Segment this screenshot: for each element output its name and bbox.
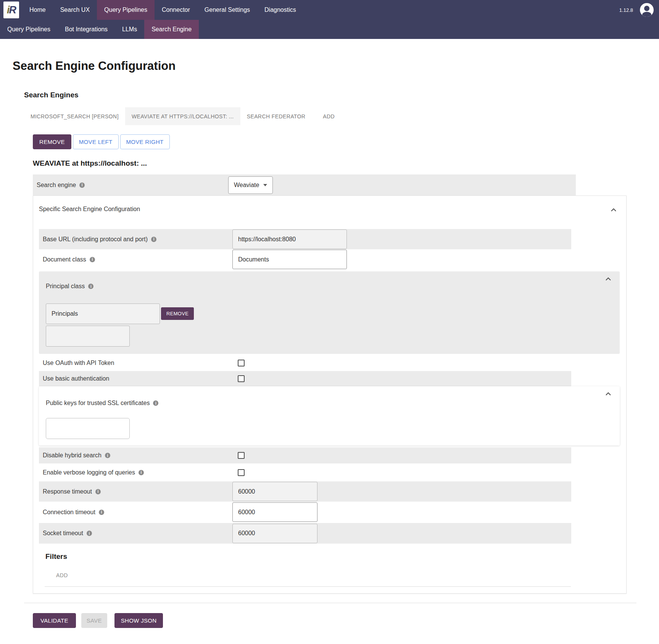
basic-auth-label: Use basic authentication — [43, 375, 109, 382]
field-row-basic-auth: Use basic authentication — [39, 371, 571, 386]
connection-timeout-label: Connection timeout — [43, 509, 95, 516]
disable-hybrid-checkbox[interactable] — [238, 452, 245, 459]
main-content: Search Engine Configuration Search Engin… — [0, 59, 659, 628]
subnav-item-bot-integrations[interactable]: Bot Integrations — [58, 20, 115, 39]
use-oauth-checkbox[interactable] — [238, 360, 245, 366]
subnav-item-llms[interactable]: LLMs — [115, 20, 144, 39]
info-icon[interactable]: i — [153, 400, 158, 406]
field-row-response-timeout: Response timeout i — [39, 481, 571, 502]
info-icon[interactable]: i — [99, 510, 104, 515]
collapse-principal-panel-button[interactable] — [604, 276, 612, 282]
principal-class-input[interactable] — [46, 303, 160, 324]
search-engine-row: Search engine i Weaviate — [33, 174, 576, 195]
connection-timeout-input[interactable] — [232, 502, 317, 522]
chevron-up-icon — [610, 207, 617, 213]
nav-item-diagnostics[interactable]: Diagnostics — [257, 0, 303, 20]
add-filter-button[interactable]: ADD — [56, 572, 68, 578]
search-engines-heading: Search Engines — [24, 91, 659, 99]
socket-timeout-label: Socket timeout — [43, 530, 83, 537]
basic-auth-checkbox[interactable] — [238, 375, 245, 382]
top-navigation: iR Home Search UX Query Pipelines Connec… — [0, 0, 659, 20]
user-avatar-icon[interactable] — [640, 3, 654, 17]
principal-class-label: Principal class — [46, 283, 85, 290]
search-engine-label: Search engine — [37, 182, 76, 189]
public-keys-panel: Public keys for trusted SSL certificates… — [39, 386, 620, 445]
nav-item-home[interactable]: Home — [22, 0, 53, 20]
app-version: 1.12.8 — [619, 7, 633, 13]
base-url-input[interactable] — [232, 229, 347, 249]
search-engine-selected-value: Weaviate — [234, 182, 259, 189]
disable-hybrid-label: Disable hybrid search — [43, 452, 102, 459]
info-icon[interactable]: i — [88, 284, 93, 289]
engine-heading: WEAVIATE at https://localhost: ... — [33, 159, 659, 168]
filters-heading: Filters — [45, 552, 620, 561]
new-principal-class-input[interactable] — [46, 326, 130, 347]
principal-class-panel: Principal class i REMOVE — [39, 271, 620, 354]
subnav-item-search-engine[interactable]: Search Engine — [144, 20, 199, 39]
new-public-key-input[interactable] — [46, 418, 130, 439]
chevron-up-icon — [605, 392, 611, 397]
field-row-base-url: Base URL (including protocol and port) i — [39, 229, 571, 249]
sub-navigation: Query Pipelines Bot Integrations LLMs Se… — [0, 20, 659, 39]
page-divider — [24, 603, 636, 603]
nav-item-general-settings[interactable]: General Settings — [197, 0, 257, 20]
nav-item-query-pipelines[interactable]: Query Pipelines — [97, 0, 155, 20]
info-icon[interactable]: i — [79, 182, 85, 188]
base-url-label: Base URL (including protocol and port) — [43, 236, 148, 243]
info-icon[interactable]: i — [105, 453, 110, 458]
specific-config-title: Specific Search Engine Configuration — [39, 206, 140, 212]
remove-principal-button[interactable]: REMOVE — [161, 307, 194, 320]
field-row-document-class: Document class i — [39, 249, 571, 270]
info-icon[interactable]: i — [95, 489, 101, 494]
footer-actions: VALIDATE SAVE SHOW JSON — [33, 613, 659, 628]
collapse-card-button[interactable] — [609, 207, 618, 213]
chevron-down-icon — [263, 184, 267, 186]
response-timeout-label: Response timeout — [43, 488, 92, 495]
remove-engine-button[interactable]: REMOVE — [33, 134, 71, 149]
tab-add[interactable]: ADD — [316, 107, 341, 125]
public-keys-label: Public keys for trusted SSL certificates — [46, 400, 150, 407]
search-engine-select[interactable]: Weaviate — [228, 176, 273, 194]
tab-search-federator[interactable]: SEARCH FEDERATOR — [240, 107, 312, 125]
field-row-use-oauth: Use OAuth with API Token — [39, 355, 571, 371]
field-row-disable-hybrid: Disable hybrid search i — [39, 447, 571, 463]
document-class-label: Document class — [43, 256, 86, 263]
move-left-button[interactable]: MOVE LEFT — [73, 134, 119, 149]
tab-actions: REMOVE MOVE LEFT MOVE RIGHT — [33, 134, 659, 149]
collapse-public-keys-panel-button[interactable] — [604, 391, 612, 397]
document-class-input[interactable] — [232, 250, 347, 269]
tab-microsoft-search[interactable]: MICROSOFT_SEARCH [PERSON] — [24, 107, 125, 125]
app-logo[interactable]: iR — [3, 2, 19, 18]
socket-timeout-input[interactable] — [232, 524, 317, 543]
info-icon[interactable]: i — [87, 531, 92, 536]
response-timeout-input[interactable] — [232, 482, 317, 501]
tab-weaviate[interactable]: WEAVIATE AT HTTPS://LOCALHOST: ... — [125, 107, 240, 125]
logo-letter-r: R — [9, 4, 16, 16]
info-icon[interactable]: i — [139, 470, 144, 475]
page-title: Search Engine Configuration — [13, 59, 659, 73]
verbose-logging-label: Enable verbose logging of queries — [43, 469, 135, 476]
field-row-verbose-logging: Enable verbose logging of queries i — [39, 463, 571, 481]
info-icon[interactable]: i — [90, 257, 95, 262]
info-icon[interactable]: i — [151, 237, 156, 242]
subnav-item-query-pipelines[interactable]: Query Pipelines — [0, 20, 58, 39]
save-button[interactable]: SAVE — [81, 613, 107, 628]
field-row-connection-timeout: Connection timeout i — [39, 502, 571, 523]
chevron-up-icon — [605, 277, 611, 282]
verbose-logging-checkbox[interactable] — [238, 469, 245, 476]
move-right-button[interactable]: MOVE RIGHT — [120, 134, 170, 149]
nav-item-connector[interactable]: Connector — [155, 0, 197, 20]
specific-config-card: Specific Search Engine Configuration Bas… — [33, 195, 627, 594]
validate-button[interactable]: VALIDATE — [33, 613, 76, 628]
engine-tab-bar: MICROSOFT_SEARCH [PERSON] WEAVIATE AT HT… — [24, 107, 659, 125]
card-divider — [45, 586, 571, 587]
use-oauth-label: Use OAuth with API Token — [43, 360, 114, 366]
field-row-socket-timeout: Socket timeout i — [39, 523, 571, 544]
nav-item-search-ux[interactable]: Search UX — [53, 0, 97, 20]
show-json-button[interactable]: SHOW JSON — [114, 613, 163, 628]
